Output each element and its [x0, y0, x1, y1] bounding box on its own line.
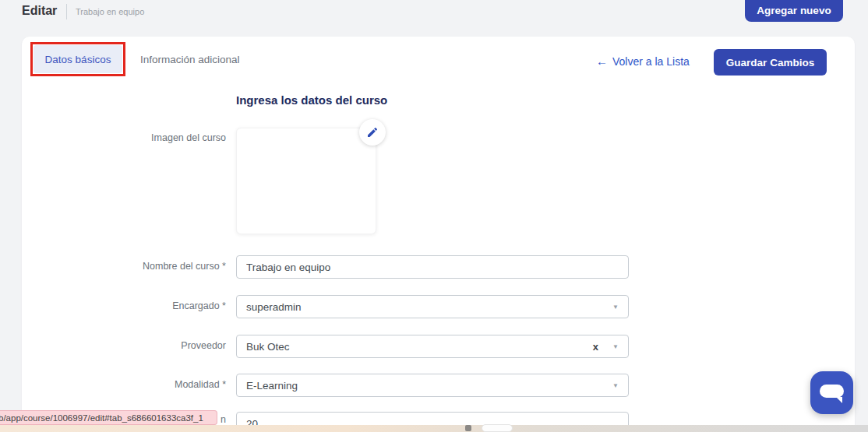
tab-informacion-adicional[interactable]: Información adicional [140, 54, 240, 65]
modality-field-label: Modalidad * [70, 379, 226, 390]
add-new-button[interactable]: Agregar nuevo [745, 0, 843, 22]
chat-launcher-button[interactable] [810, 371, 853, 414]
manager-select-value: superadmin [246, 301, 606, 313]
chevron-down-icon: ▼ [612, 382, 619, 389]
duration-field-label-fragment: n [221, 414, 226, 425]
bottom-edge-strip [0, 425, 868, 432]
title-divider [66, 4, 67, 19]
image-field-label: Imagen del curso [70, 132, 226, 143]
manager-select[interactable]: superadmin ▼ [236, 295, 629, 318]
edit-course-card: Datos básicos Información adicional ←Vol… [22, 37, 855, 432]
provider-select[interactable]: Buk Otec x ▼ [236, 335, 629, 358]
strip-mark [465, 425, 471, 431]
course-name-input[interactable] [236, 255, 629, 279]
name-field-label: Nombre del curso * [70, 261, 226, 272]
edit-image-button[interactable] [359, 119, 386, 146]
pencil-icon [366, 126, 379, 139]
link-url-status-tooltip: b/app/course/1006997/edit#tab_s686601633… [0, 410, 217, 425]
annotation-highlight: Datos básicos [30, 42, 125, 76]
chevron-down-icon: ▼ [612, 304, 619, 311]
modality-select[interactable]: E-Learning ▼ [236, 374, 629, 397]
save-changes-button[interactable]: Guardar Cambios [714, 49, 827, 76]
manager-field-label: Encargado * [70, 300, 226, 311]
chevron-down-icon: ▼ [612, 343, 619, 350]
form-heading: Ingresa los datos del curso [236, 93, 387, 107]
top-header: Editar Trabajo en equipo Agregar nuevo [0, 0, 868, 37]
strip-pill [482, 424, 513, 432]
tab-datos-basicos[interactable]: Datos básicos [34, 45, 122, 73]
back-to-list-link[interactable]: ←Volver a la Lista [596, 54, 690, 68]
provider-select-value: Buk Otec [246, 341, 593, 353]
back-arrow-icon: ← [596, 54, 608, 68]
page-title: Editar [22, 4, 57, 18]
provider-field-label: Proveedor [70, 340, 226, 351]
course-image-placeholder[interactable] [236, 128, 376, 234]
modality-select-value: E-Learning [246, 380, 606, 392]
clear-selection-icon[interactable]: x [593, 342, 598, 352]
back-link-label: Volver a la Lista [612, 55, 690, 68]
breadcrumb: Trabajo en equipo [76, 7, 144, 16]
status-url-text: b/app/course/1006997/edit#tab_s686601633… [0, 413, 203, 423]
